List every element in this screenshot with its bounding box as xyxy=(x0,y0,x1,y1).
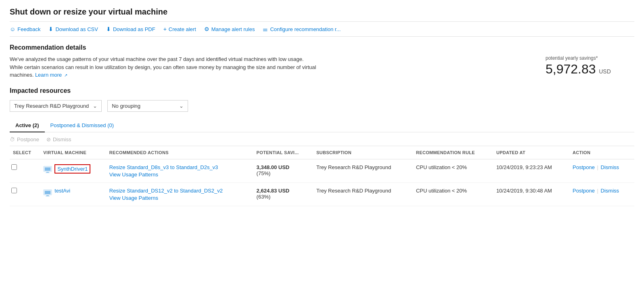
row2-resize-link[interactable]: Resize Standard_DS12_v2 to Standard_DS2_… xyxy=(109,188,250,194)
col-subscription: SUBSCRIPTION xyxy=(313,146,413,159)
svg-rect-6 xyxy=(46,195,49,196)
savings-currency: USD xyxy=(599,68,611,75)
row2-savings-pct: (63%) xyxy=(257,194,271,200)
page-title: Shut down or resize your virtual machine xyxy=(10,7,634,17)
row2-rec-rule-cell: CPU utilization < 20% xyxy=(413,182,493,206)
dismiss-label: Dismiss xyxy=(53,136,71,142)
postpone-icon: ⏱ xyxy=(10,136,15,142)
vm-icon-row1 xyxy=(43,165,52,174)
col-action: ACTION xyxy=(569,146,634,159)
download-pdf-button[interactable]: ⬇ Download as PDF xyxy=(106,26,155,32)
subscription-dropdown-value: Trey Research R&D Playground xyxy=(14,103,89,109)
postpone-action-button: ⏱ Postpone xyxy=(10,136,39,142)
row2-vm-cell: testAvi xyxy=(40,182,106,206)
col-select: SELECT xyxy=(10,146,40,159)
table-row: testAvi Resize Standard_DS12_v2 to Stand… xyxy=(10,182,634,206)
configure-rec-icon: ⚌ xyxy=(263,26,268,32)
row2-savings-amount: 2,624.83 USD xyxy=(257,188,290,194)
manage-alert-icon: ⚙ xyxy=(204,26,209,32)
row2-vm-name-link[interactable]: testAvi xyxy=(54,188,70,194)
row1-postpone-link[interactable]: Postpone xyxy=(573,164,595,170)
vm-icon-row2 xyxy=(43,188,52,197)
download-csv-button[interactable]: ⬇ Download as CSV xyxy=(48,26,98,32)
row2-checkbox[interactable] xyxy=(11,188,17,193)
row1-vm-cell: SynthDriver1 xyxy=(40,159,106,182)
filters-row: Trey Research R&D Playground ⌄ No groupi… xyxy=(10,100,634,112)
recommendation-section-title: Recommendation details xyxy=(10,44,634,51)
configure-rec-button[interactable]: ⚌ Configure recommendation r... xyxy=(263,26,341,32)
col-vm: VIRTUAL MACHINE xyxy=(40,146,106,159)
row2-usage-link[interactable]: View Usage Patterns xyxy=(109,195,250,201)
row1-actions-cell: Resize Standard_D8s_v3 to Standard_D2s_v… xyxy=(106,159,253,182)
col-rec-rule: RECOMMENDATION RULE xyxy=(413,146,493,159)
row2-action-cell: Postpone | Dismiss xyxy=(569,182,634,206)
configure-rec-label: Configure recommendation r... xyxy=(270,26,341,32)
row2-subscription: Trey Research R&D Playground xyxy=(316,188,391,194)
tab-postponed[interactable]: Postponed & Dismissed (0) xyxy=(45,119,120,132)
row1-usage-link[interactable]: View Usage Patterns xyxy=(109,172,250,178)
row1-updated-cell: 10/24/2019, 9:23:23 AM xyxy=(493,159,569,182)
download-csv-icon: ⬇ xyxy=(48,26,53,32)
savings-amount: 5,972.83 xyxy=(546,62,596,76)
svg-rect-1 xyxy=(45,167,50,171)
svg-rect-2 xyxy=(46,172,49,173)
grouping-dropdown-arrow: ⌄ xyxy=(179,103,184,109)
row1-rec-rule-cell: CPU utilization < 20% xyxy=(413,159,493,182)
recommendation-text: We've analyzed the usage patterns of you… xyxy=(10,55,316,79)
download-pdf-label: Download as PDF xyxy=(113,26,155,32)
row2-updated-cell: 10/24/2019, 9:30:48 AM xyxy=(493,182,569,206)
table-header: SELECT VIRTUAL MACHINE RECOMMENDED ACTIO… xyxy=(10,146,634,159)
manage-alert-rules-button[interactable]: ⚙ Manage alert rules xyxy=(204,26,255,32)
feedback-icon: ☺ xyxy=(10,26,15,32)
row2-action-divider: | xyxy=(597,188,600,194)
grouping-dropdown-value: No grouping xyxy=(112,103,140,109)
row1-action-divider: | xyxy=(597,164,600,170)
row1-action-cell: Postpone | Dismiss xyxy=(569,159,634,182)
download-pdf-icon: ⬇ xyxy=(106,26,111,32)
subscription-dropdown[interactable]: Trey Research R&D Playground ⌄ xyxy=(10,100,102,112)
dismiss-action-button: ⊘ Dismiss xyxy=(46,136,71,142)
row1-updated-at: 10/24/2019, 9:23:23 AM xyxy=(496,164,552,170)
grouping-dropdown[interactable]: No grouping ⌄ xyxy=(107,100,188,112)
toolbar: ☺ Feedback ⬇ Download as CSV ⬇ Download … xyxy=(10,21,634,37)
feedback-button[interactable]: ☺ Feedback xyxy=(10,26,40,32)
create-alert-icon: + xyxy=(163,26,167,32)
row1-rec-rule: CPU utilization < 20% xyxy=(416,164,467,170)
col-updated: UPDATED AT xyxy=(493,146,569,159)
row2-postpone-link[interactable]: Postpone xyxy=(573,188,595,194)
row1-checkbox[interactable] xyxy=(11,164,17,170)
svg-rect-3 xyxy=(46,172,50,173)
row2-rec-rule: CPU utilization < 20% xyxy=(416,188,467,194)
tab-active[interactable]: Active (2) xyxy=(10,119,45,132)
row1-vm-name-link[interactable]: SynthDriver1 xyxy=(57,166,88,172)
postpone-label: Postpone xyxy=(17,136,39,142)
row2-dismiss-link[interactable]: Dismiss xyxy=(601,188,619,194)
row1-resize-link[interactable]: Resize Standard_D8s_v3 to Standard_D2s_v… xyxy=(109,164,250,170)
col-savings: POTENTIAL SAVI... xyxy=(253,146,313,159)
row2-updated-at: 10/24/2019, 9:30:48 AM xyxy=(496,188,552,194)
savings-box: potential yearly savings* 5,972.83 USD xyxy=(546,55,634,77)
row1-subscription-cell: Trey Research R&D Playground xyxy=(313,159,413,182)
manage-alert-label: Manage alert rules xyxy=(211,26,255,32)
savings-label: potential yearly savings* xyxy=(546,55,634,61)
row2-savings-cell: 2,624.83 USD (63%) xyxy=(253,182,313,206)
external-link-icon: ↗ xyxy=(64,73,67,77)
resources-table: SELECT VIRTUAL MACHINE RECOMMENDED ACTIO… xyxy=(10,146,634,206)
row1-vm-name-box: SynthDriver1 xyxy=(54,164,90,174)
table-body: SynthDriver1 Resize Standard_D8s_v3 to S… xyxy=(10,159,634,206)
svg-rect-7 xyxy=(46,196,50,196)
svg-rect-5 xyxy=(45,191,50,194)
col-actions: RECOMMENDED ACTIONS xyxy=(106,146,253,159)
table-row: SynthDriver1 Resize Standard_D8s_v3 to S… xyxy=(10,159,634,182)
create-alert-button[interactable]: + Create alert xyxy=(163,26,196,32)
row2-subscription-cell: Trey Research R&D Playground xyxy=(313,182,413,206)
savings-amount-row: 5,972.83 USD xyxy=(546,62,634,77)
recommendation-area: We've analyzed the usage patterns of you… xyxy=(10,55,634,79)
row1-savings-pct: (75%) xyxy=(257,170,271,176)
impacted-resources-title: Impacted resources xyxy=(10,87,634,94)
download-csv-label: Download as CSV xyxy=(55,26,98,32)
feedback-label: Feedback xyxy=(17,26,40,32)
row1-dismiss-link[interactable]: Dismiss xyxy=(601,164,619,170)
tabs-row: Active (2) Postponed & Dismissed (0) xyxy=(10,119,634,132)
learn-more-link[interactable]: Learn more ↗ xyxy=(35,72,67,78)
